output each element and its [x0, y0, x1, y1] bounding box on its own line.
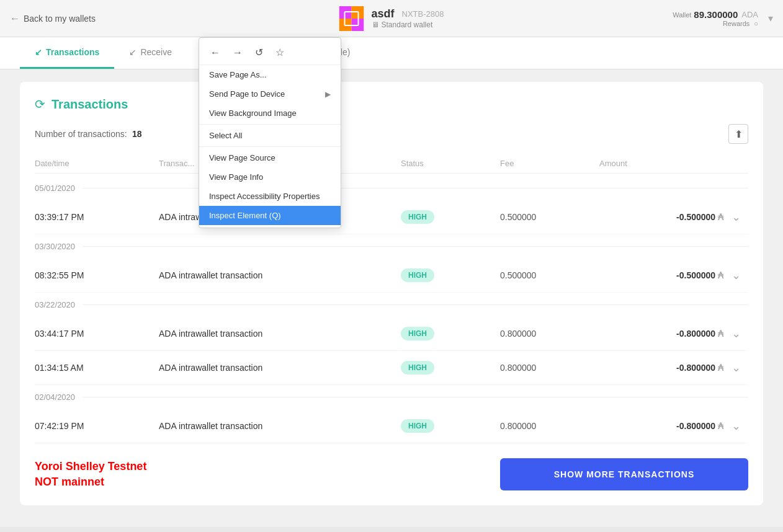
tx-description: ADA intrawallet transaction — [159, 329, 401, 339]
tx-expand-button[interactable]: ⌄ — [723, 268, 748, 282]
ctx-item-save-page[interactable]: Save Page As... — [199, 65, 341, 84]
balance-label: Wallet — [673, 11, 691, 19]
ctx-forward-button[interactable]: → — [229, 46, 246, 60]
rewards-loading-icon: ○ — [754, 20, 758, 27]
back-link[interactable]: ← Back to my wallets — [10, 13, 96, 24]
ctx-reload-button[interactable]: ↺ — [251, 45, 267, 60]
ctx-back-button[interactable]: ← — [207, 46, 224, 60]
transaction-groups: 05/01/2020 03:39:17 PM ADA intrawallet t… — [35, 176, 748, 443]
tx-amount: -0.500000 ₳ — [599, 212, 723, 222]
tab-transactions[interactable]: ↙ Transactions — [20, 37, 114, 69]
wallet-type: Standard wallet — [382, 20, 433, 29]
export-button[interactable]: ⬆ — [728, 124, 748, 144]
rewards-row: Rewards ○ — [673, 20, 758, 27]
table-row: 03:39:17 PM ADA intrawallet transaction … — [35, 200, 748, 234]
ctx-item-send-page[interactable]: Send Page to Device▶ — [199, 84, 341, 104]
back-label: Back to my wallets — [24, 14, 96, 24]
wallet-dropdown-icon[interactable]: ▾ — [768, 12, 773, 24]
tab-receive[interactable]: ↙ Receive — [114, 37, 187, 69]
section-title: Transactions — [51, 97, 128, 112]
date-sep-line — [83, 397, 748, 397]
wallet-type-row: 🖥 Standard wallet — [372, 20, 444, 29]
ctx-item-label: View Page Source — [209, 153, 275, 162]
table-row: 07:42:19 PM ADA intrawallet transaction … — [35, 409, 748, 443]
table-header: Date/time Transac... Status Fee Amount — [35, 154, 748, 174]
testnet-line2: NOT mainnet — [35, 474, 146, 490]
ctx-submenu-arrow-icon: ▶ — [325, 90, 331, 99]
tx-status: HIGH — [401, 361, 500, 375]
date-label: 05/01/2020 — [35, 184, 75, 193]
date-sep-line — [83, 188, 748, 188]
ctx-items-container: Save Page As...Send Page to Device▶View … — [199, 65, 341, 225]
ctx-item-inspect-element[interactable]: Inspect Element (Q) — [199, 206, 341, 225]
transactions-panel: ⟳ Transactions Number of transactions: 1… — [20, 82, 763, 505]
ada-symbol: ₳ — [718, 212, 723, 222]
col-amount: Amount — [599, 159, 723, 168]
testnet-line1: Yoroi Shelley Testnet — [35, 459, 146, 474]
ada-symbol: ₳ — [718, 363, 723, 373]
date-sep-line — [83, 304, 748, 305]
date-separator: 03/22/2020 — [35, 293, 748, 317]
tx-time: 07:42:19 PM — [35, 421, 159, 431]
tx-fee: 0.800000 — [500, 329, 599, 339]
tx-time: 03:39:17 PM — [35, 212, 159, 222]
status-badge: HIGH — [401, 327, 434, 340]
ctx-item-view-bg[interactable]: View Background Image — [199, 104, 341, 123]
rewards-label: Rewards — [723, 20, 749, 27]
tx-count-label: Number of transactions: — [35, 129, 127, 139]
ctx-nav-row: ← → ↺ ☆ — [199, 40, 341, 65]
ctx-item-select-all[interactable]: Select All — [199, 126, 341, 145]
tx-amount: -0.800000 ₳ — [599, 421, 723, 431]
table-row: 01:34:15 AM ADA intrawallet transaction … — [35, 351, 748, 385]
date-label: 03/22/2020 — [35, 300, 75, 309]
tab-transactions-label: Transactions — [46, 47, 99, 57]
status-badge: HIGH — [401, 419, 434, 433]
ctx-item-label: Send Page to Device — [209, 89, 285, 99]
testnet-warning: Yoroi Shelley Testnet NOT mainnet — [35, 459, 146, 490]
wallet-info: asdf NXTB-2808 🖥 Standard wallet — [372, 7, 444, 29]
tx-expand-button[interactable]: ⌄ — [723, 210, 748, 224]
tx-count-row: Number of transactions: 18 ⬆ — [35, 124, 748, 144]
status-badge: HIGH — [401, 361, 434, 375]
col-status: Status — [401, 159, 500, 168]
svg-rect-8 — [352, 19, 358, 25]
tx-fee: 0.500000 — [500, 270, 599, 280]
wallet-logo-icon — [339, 6, 364, 31]
ctx-item-label: View Page Info — [209, 172, 263, 182]
nav-tabs: ↙ Transactions ↙ Receive Dashboard Deleg… — [0, 37, 783, 69]
tx-expand-button[interactable]: ⌄ — [723, 419, 748, 433]
table-row: 03:44:17 PM ADA intrawallet transaction … — [35, 317, 748, 351]
date-separator: 05/01/2020 — [35, 176, 748, 200]
main-content: ⟳ Transactions Number of transactions: 1… — [0, 69, 783, 527]
ctx-item-label: Save Page As... — [209, 70, 267, 79]
balance-amount: 89.300000 — [694, 9, 738, 20]
tx-count-value: 18 — [132, 129, 142, 139]
tx-time: 08:32:55 PM — [35, 270, 159, 280]
ctx-item-label: Inspect Element (Q) — [209, 211, 281, 220]
top-bar: ← Back to my wallets asdf NXTB-2808 🖥 St… — [0, 0, 783, 37]
panel-footer: Yoroi Shelley Testnet NOT mainnet SHOW M… — [35, 443, 748, 490]
tx-expand-button[interactable]: ⌄ — [723, 327, 748, 340]
transactions-icon: ⟳ — [35, 97, 45, 112]
back-arrow-icon: ← — [10, 13, 20, 24]
wallet-id: NXTB-2808 — [402, 9, 444, 19]
show-more-button[interactable]: SHOW MORE TRANSACTIONS — [500, 458, 748, 490]
wallet-center: asdf NXTB-2808 🖥 Standard wallet — [339, 6, 444, 31]
date-label: 02/04/2020 — [35, 392, 75, 402]
tx-count-block: Number of transactions: 18 — [35, 128, 142, 140]
ctx-separator — [199, 124, 341, 125]
tx-amount: -0.800000 ₳ — [599, 363, 723, 373]
svg-rect-6 — [352, 12, 358, 19]
tx-amount: -0.800000 ₳ — [599, 329, 723, 339]
tx-expand-button[interactable]: ⌄ — [723, 361, 748, 375]
wallet-type-icon: 🖥 — [372, 20, 379, 29]
date-separator: 03/30/2020 — [35, 234, 748, 259]
balance-block: Wallet 89.300000 ADA Rewards ○ — [673, 9, 758, 27]
balance-currency: ADA — [741, 10, 758, 19]
wallet-name: asdf — [372, 7, 395, 20]
ctx-item-view-info[interactable]: View Page Info — [199, 167, 341, 187]
tx-fee: 0.800000 — [500, 363, 599, 373]
ctx-item-inspect-access[interactable]: Inspect Accessibility Properties — [199, 187, 341, 206]
ctx-item-view-source[interactable]: View Page Source — [199, 148, 341, 167]
ctx-bookmark-button[interactable]: ☆ — [272, 45, 288, 60]
